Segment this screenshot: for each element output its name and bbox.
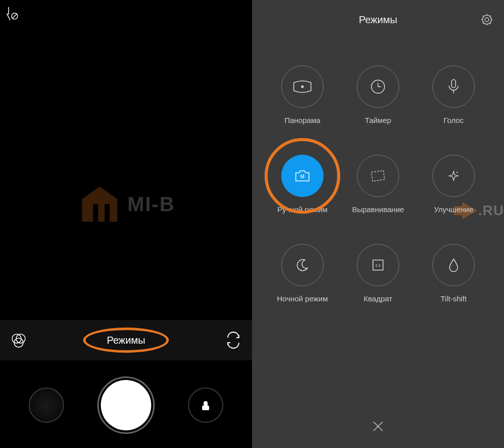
mode-label: Ручной режим <box>277 205 328 214</box>
svg-line-1 <box>12 14 17 19</box>
mode-label: Ночной режим <box>277 294 328 303</box>
mode-label: Tilt-shift <box>440 294 467 303</box>
mode-straighten[interactable]: Выравнивание <box>352 155 404 214</box>
mode-label: Квадрат <box>364 294 393 303</box>
straighten-icon <box>357 155 399 197</box>
svg-text:1:1: 1:1 <box>375 263 381 268</box>
camera-bottom-bar <box>0 362 252 448</box>
moon-icon <box>281 244 324 286</box>
panorama-icon <box>281 66 324 108</box>
filters-icon[interactable] <box>10 332 27 349</box>
mode-label: Выравнивание <box>352 205 404 214</box>
shutter-button[interactable] <box>101 380 151 430</box>
mode-manual[interactable]: M Ручной режим <box>277 155 328 214</box>
video-mode-button[interactable] <box>188 388 223 423</box>
modes-grid: Панорама Таймер Голос M Ручной режим <box>252 66 504 303</box>
mode-label: Панорама <box>284 116 320 124</box>
switch-camera-icon[interactable] <box>225 332 242 349</box>
mode-tiltshift[interactable]: Tilt-shift <box>432 244 475 303</box>
svg-point-6 <box>485 18 489 22</box>
mode-beautify[interactable]: Улучшение <box>432 155 475 214</box>
sparkle-icon <box>432 155 475 197</box>
mode-label: Таймер <box>365 116 391 124</box>
mode-night[interactable]: Ночной режим <box>277 244 328 303</box>
watermark-text: MI-B <box>128 193 175 216</box>
mode-square[interactable]: 1:1 Квадрат <box>357 244 399 303</box>
mode-label: Голос <box>444 116 464 124</box>
mode-voice[interactable]: Голос <box>432 66 475 124</box>
camera-viewfinder-screen: MI-B Режимы <box>0 0 252 448</box>
svg-point-16 <box>457 172 458 173</box>
microphone-icon <box>432 66 475 108</box>
svg-rect-5 <box>202 406 209 410</box>
modes-panel-header: Режимы <box>252 14 504 26</box>
svg-rect-15 <box>371 170 385 181</box>
modes-button-label: Режимы <box>107 335 145 346</box>
drop-icon <box>432 244 475 286</box>
watermark-logo: MI-B <box>77 181 175 227</box>
svg-rect-12 <box>452 80 456 88</box>
mode-bar: Режимы <box>0 320 252 360</box>
mode-panorama[interactable]: Панорама <box>281 66 324 124</box>
close-button[interactable] <box>371 420 385 433</box>
square-icon: 1:1 <box>357 244 399 286</box>
svg-point-7 <box>482 15 491 24</box>
modes-panel: Режимы .RU Панорама Таймер Голос <box>252 0 504 448</box>
modes-button[interactable]: Режимы <box>107 335 145 346</box>
flash-off-icon[interactable] <box>5 6 19 21</box>
mode-label: Улучшение <box>434 205 473 214</box>
gallery-thumbnail[interactable] <box>29 388 64 423</box>
gear-icon[interactable] <box>480 13 494 27</box>
manual-icon: M <box>281 155 324 197</box>
svg-point-8 <box>301 86 304 88</box>
svg-text:M: M <box>300 174 304 179</box>
mode-timer[interactable]: Таймер <box>357 66 399 124</box>
timer-icon <box>357 66 399 108</box>
modes-panel-title: Режимы <box>359 14 397 25</box>
